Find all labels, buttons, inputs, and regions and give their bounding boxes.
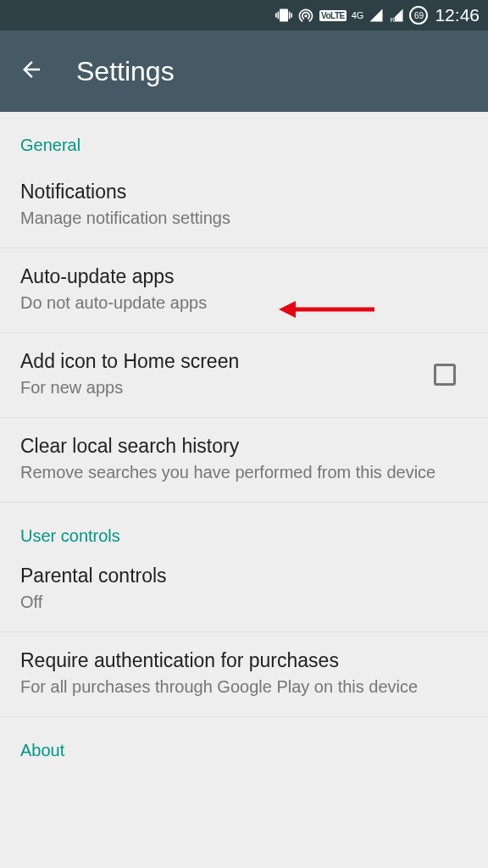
volte-badge: VoLTE [319, 10, 347, 21]
checkbox[interactable] [434, 364, 456, 386]
battery-icon: 69 [409, 6, 428, 25]
page-title: Settings [76, 56, 175, 87]
setting-title: Auto-update apps [20, 265, 468, 288]
clock: 12:46 [435, 5, 480, 25]
network-type: 4G [352, 10, 364, 20]
setting-title: Add icon to Home screen [20, 350, 420, 373]
setting-title: Require authentication for purchases [20, 649, 468, 672]
status-bar: VoLTE 4G R 69 12:46 [0, 0, 488, 31]
setting-title: Parental controls [20, 565, 468, 587]
setting-subtitle: Remove searches you have performed from … [20, 461, 468, 483]
app-bar: Settings [0, 31, 488, 112]
setting-require-auth[interactable]: Require authentication for purchases For… [0, 632, 488, 717]
settings-list: General Notifications Manage notificatio… [0, 112, 488, 769]
setting-subtitle: Do not auto-update apps [20, 292, 468, 314]
setting-title: Notifications [20, 181, 468, 203]
setting-title: Clear local search history [20, 435, 468, 458]
section-header-user-controls: User controls [0, 503, 488, 554]
setting-add-icon[interactable]: Add icon to Home screen For new apps [0, 333, 488, 418]
signal-roaming-icon: R [389, 8, 404, 23]
setting-parental-controls[interactable]: Parental controls Off [0, 554, 488, 632]
signal-icon [369, 8, 384, 23]
hotspot-icon [297, 7, 314, 24]
setting-notifications[interactable]: Notifications Manage notification settin… [0, 164, 488, 248]
setting-subtitle: Manage notification settings [20, 207, 468, 229]
section-header-about: About [0, 717, 488, 769]
section-header-general: General [0, 112, 488, 164]
setting-subtitle: For new apps [20, 376, 420, 398]
setting-clear-search[interactable]: Clear local search history Remove search… [0, 418, 488, 503]
setting-auto-update[interactable]: Auto-update apps Do not auto-update apps [0, 248, 488, 333]
vibrate-icon [275, 7, 292, 24]
setting-subtitle: For all purchases through Google Play on… [20, 676, 468, 698]
setting-subtitle: Off [20, 591, 468, 613]
back-icon[interactable] [19, 57, 44, 86]
